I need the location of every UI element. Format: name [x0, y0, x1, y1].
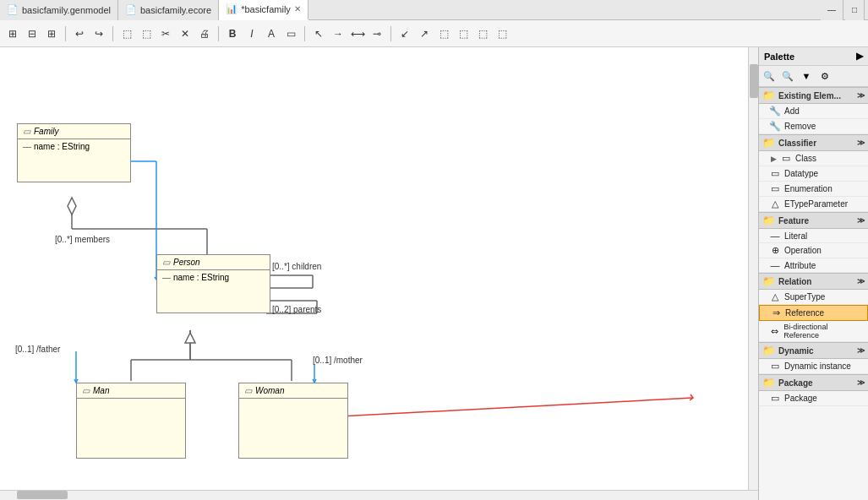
- item-class[interactable]: ▶ ▭ Class: [759, 151, 868, 166]
- expand-existing: ≫: [857, 91, 865, 100]
- item-supertype[interactable]: △ SuperType: [759, 290, 868, 305]
- item-enumeration[interactable]: ▭ Enumeration: [759, 182, 868, 197]
- tab-close-icon[interactable]: ✕: [294, 4, 301, 14]
- item-package[interactable]: ▭ Package: [759, 391, 868, 406]
- toolbar-btn-2[interactable]: ⊟: [23, 24, 41, 43]
- horizontal-scrollbar[interactable]: [0, 490, 758, 500]
- palette-toolbar: 🔍 🔍 ▼ ⚙: [759, 66, 868, 87]
- item-datatype[interactable]: ▭ Datatype: [759, 166, 868, 182]
- item-reference-label: Reference: [785, 308, 824, 318]
- literal-icon: —: [769, 231, 781, 241]
- item-dynamic-instance[interactable]: ▭ Dynamic instance: [759, 359, 868, 374]
- attr-label: name : EString: [34, 142, 90, 151]
- bidirectional-icon: ⇔: [769, 326, 780, 337]
- item-remove[interactable]: 🔧 Remove: [759, 119, 868, 134]
- tab-genmodel-icon: 📄: [7, 4, 19, 15]
- hscroll-thumb[interactable]: [17, 491, 68, 499]
- palette-expand-icon[interactable]: ▶: [856, 51, 863, 62]
- color-btn[interactable]: A: [262, 24, 281, 43]
- copy-btn[interactable]: ⬚: [117, 24, 136, 43]
- toolbar-group-1: ⊞ ⊟ ⊞: [3, 24, 61, 43]
- item-reference[interactable]: ⇒ Reference: [759, 305, 868, 321]
- node-person[interactable]: ▭ Person — name : EString: [156, 254, 270, 313]
- redo-btn[interactable]: ↪: [90, 24, 108, 43]
- fill-btn[interactable]: ▭: [281, 24, 300, 43]
- node-man-body: [77, 399, 185, 416]
- tab-diagram[interactable]: 📊 *basicfamily ✕: [219, 0, 308, 20]
- expand-class-icon: ▶: [771, 155, 777, 163]
- sep-5: [390, 26, 391, 41]
- datatype-icon: ▭: [769, 168, 781, 179]
- palette-zoom-out[interactable]: 🔍: [761, 68, 778, 84]
- expand-relation: ≫: [857, 277, 865, 285]
- attr-icon-person: —: [162, 273, 171, 282]
- zoom-in-btn[interactable]: ↗: [415, 24, 434, 43]
- class-icon: ▭: [23, 127, 30, 136]
- attr-icon: —: [23, 142, 31, 151]
- vertical-scrollbar[interactable]: [748, 47, 758, 490]
- node-woman[interactable]: ▭ Woman: [238, 383, 348, 459]
- maximize-btn[interactable]: □: [845, 0, 865, 20]
- section-package-header[interactable]: 📁 Package ≫: [759, 374, 868, 391]
- section-dynamic-header[interactable]: 📁 Dynamic ≫: [759, 342, 868, 359]
- folder-icon-package: 📁: [762, 377, 775, 389]
- node-person-extra: [157, 287, 270, 312]
- item-package-label: Package: [784, 394, 817, 403]
- section-classifier-header[interactable]: 📁 Classifier ≫: [759, 134, 868, 151]
- delete-btn[interactable]: ✕: [176, 24, 194, 43]
- attr-label-person: name : EString: [173, 273, 229, 282]
- label-father: [0..1] /father: [15, 345, 60, 354]
- item-literal[interactable]: — Literal: [759, 229, 868, 243]
- palette-dropdown[interactable]: ▼: [798, 68, 815, 84]
- vscroll-thumb[interactable]: [750, 64, 758, 98]
- section-package-label: Package: [778, 378, 813, 388]
- item-attribute[interactable]: — Attribute: [759, 258, 868, 273]
- svg-marker-3: [68, 198, 76, 215]
- item-operation[interactable]: ⊕ Operation: [759, 243, 868, 258]
- palette-zoom-in[interactable]: 🔍: [779, 68, 796, 84]
- item-datatype-label: Datatype: [784, 169, 818, 178]
- section-feature-header[interactable]: 📁 Feature ≫: [759, 212, 868, 229]
- print-btn[interactable]: 🖨: [195, 24, 214, 43]
- item-bidirectional[interactable]: ⇔ Bi-directional Reference: [759, 321, 868, 342]
- select-btn[interactable]: ↖: [309, 24, 328, 43]
- toolbar-btn-1[interactable]: ⊞: [3, 24, 22, 43]
- arrow-both-btn[interactable]: ⟷: [348, 24, 367, 43]
- palette-title: Palette: [764, 52, 794, 62]
- line-btn[interactable]: ⊸: [368, 24, 386, 43]
- tab-bar: 📄 basicfamily.genmodel 📄 basicfamily.eco…: [0, 0, 868, 20]
- etypeparam-icon: △: [769, 198, 781, 209]
- fit-btn[interactable]: ⬚: [434, 24, 453, 43]
- bold-btn[interactable]: B: [223, 24, 242, 43]
- minimize-btn[interactable]: —: [821, 0, 843, 20]
- section-existing: 📁 Existing Elem... ≫ 🔧 Add 🔧 Remove: [759, 87, 868, 134]
- paste-btn[interactable]: ⬚: [137, 24, 156, 43]
- cut-btn[interactable]: ✂: [156, 24, 175, 43]
- section-dynamic: 📁 Dynamic ≫ ▭ Dynamic instance: [759, 342, 868, 374]
- node-man[interactable]: ▭ Man: [76, 383, 186, 459]
- folder-icon-feature: 📁: [762, 215, 775, 226]
- node-family[interactable]: ▭ Family — name : EString: [17, 123, 131, 182]
- node-woman-body: [239, 399, 347, 416]
- toolbar-btn-3[interactable]: ⊞: [42, 24, 61, 43]
- export-btn[interactable]: ⬚: [473, 24, 492, 43]
- layout-btn[interactable]: ⬚: [454, 24, 472, 43]
- node-person-header: ▭ Person: [157, 255, 270, 270]
- arrow-right-btn[interactable]: →: [329, 24, 347, 43]
- toolbar-group-font: B I A ▭: [223, 24, 300, 43]
- section-relation-header[interactable]: 📁 Relation ≫: [759, 273, 868, 290]
- settings-btn[interactable]: ⬚: [493, 24, 511, 43]
- undo-btn[interactable]: ↩: [70, 24, 89, 43]
- tab-genmodel[interactable]: 📄 basicfamily.genmodel: [0, 0, 118, 20]
- italic-btn[interactable]: I: [243, 24, 261, 43]
- section-existing-header[interactable]: 📁 Existing Elem... ≫: [759, 87, 868, 104]
- folder-icon-relation: 📁: [762, 275, 775, 287]
- attr-row: — name : EString: [23, 142, 125, 151]
- canvas[interactable]: ▭ Family — name : EString ▭ Person — nam…: [0, 47, 758, 500]
- zoom-out-btn[interactable]: ↙: [396, 24, 414, 43]
- tab-ecore[interactable]: 📄 basicfamily.ecore: [118, 0, 219, 20]
- item-etypeparam[interactable]: △ ETypeParameter: [759, 197, 868, 212]
- item-operation-label: Operation: [784, 246, 822, 255]
- palette-settings[interactable]: ⚙: [816, 68, 833, 84]
- item-add[interactable]: 🔧 Add: [759, 104, 868, 119]
